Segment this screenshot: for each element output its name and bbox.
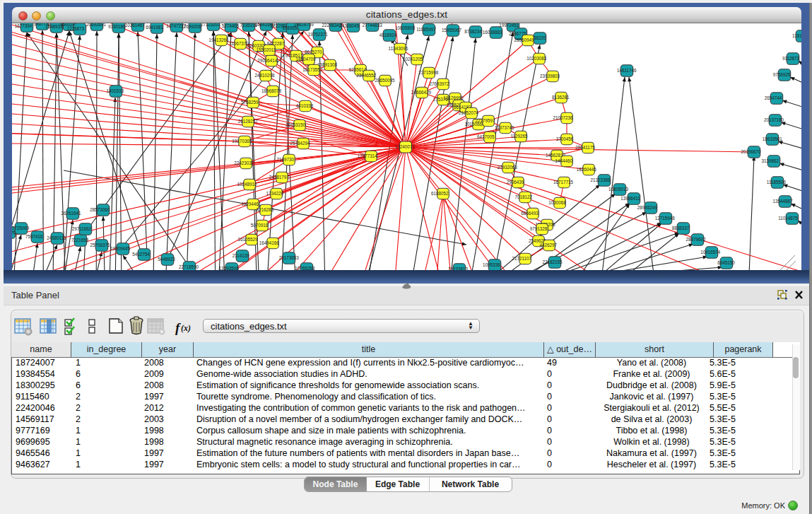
svg-text:11885997: 11885997: [416, 27, 436, 32]
svg-text:16717715: 16717715: [553, 180, 574, 185]
svg-text:22179597: 22179597: [476, 118, 496, 123]
svg-text:2114139: 2114139: [233, 253, 250, 258]
svg-text:10916574: 10916574: [700, 250, 721, 255]
svg-text:1129265: 1129265: [510, 134, 528, 139]
svg-text:11373745: 11373745: [495, 125, 514, 130]
svg-text:27744833: 27744833: [363, 23, 383, 28]
svg-text:15955067: 15955067: [442, 28, 462, 33]
svg-text:10203083: 10203083: [526, 56, 547, 61]
svg-text:27693972: 27693972: [430, 81, 450, 86]
svg-text:f: f: [175, 320, 181, 335]
svg-text:27123201: 27123201: [201, 23, 221, 27]
svg-text:1734220: 1734220: [266, 191, 283, 196]
svg-text:9330186: 9330186: [108, 24, 126, 29]
svg-text:10765268: 10765268: [295, 266, 315, 270]
svg-text:26953150: 26953150: [286, 122, 306, 127]
svg-text:23715998: 23715998: [418, 70, 439, 75]
svg-text:15502011: 15502011: [256, 47, 276, 52]
svg-text:24308045: 24308045: [339, 23, 360, 28]
svg-text:17240071: 17240071: [395, 144, 416, 149]
svg-text:21052074: 21052074: [459, 110, 479, 115]
svg-text:5274465: 5274465: [222, 23, 240, 28]
svg-text:6188052: 6188052: [431, 191, 449, 196]
svg-text:12715948: 12715948: [655, 216, 676, 221]
svg-text:1401533: 1401533: [107, 88, 124, 93]
svg-text:8136281: 8136281: [552, 95, 570, 100]
svg-text:4818924: 4818924: [379, 33, 397, 37]
svg-text:28573060: 28573060: [90, 207, 110, 212]
svg-text:9112873: 9112873: [782, 56, 800, 61]
svg-text:13986411: 13986411: [620, 196, 640, 201]
svg-text:19609445: 19609445: [110, 246, 131, 251]
svg-text:19170365: 19170365: [232, 139, 252, 144]
svg-text:5402754: 5402754: [132, 252, 150, 257]
svg-text:13593506: 13593506: [219, 266, 240, 270]
svg-text:20692691: 20692691: [86, 23, 107, 27]
svg-text:22423030: 22423030: [234, 160, 254, 165]
svg-text:7169730: 7169730: [276, 157, 294, 162]
svg-text:19413266: 19413266: [208, 37, 229, 42]
svg-text:28945249: 28945249: [637, 205, 658, 210]
svg-text:27932063: 27932063: [498, 165, 518, 170]
svg-text:19814759: 19814759: [294, 23, 314, 27]
svg-text:6645150: 6645150: [717, 260, 735, 265]
svg-text:10361467: 10361467: [125, 23, 146, 28]
svg-text:27182155: 27182155: [542, 259, 563, 264]
svg-text:25706376: 25706376: [90, 243, 110, 247]
svg-text:11294461: 11294461: [242, 201, 261, 206]
svg-text:1030068: 1030068: [548, 200, 566, 205]
svg-text:7597416: 7597416: [25, 234, 43, 239]
svg-text:4426297: 4426297: [539, 243, 557, 247]
svg-text:20137180: 20137180: [764, 117, 784, 122]
svg-text:28479602: 28479602: [686, 237, 707, 242]
svg-text:13544887: 13544887: [772, 199, 793, 204]
svg-text:23946552: 23946552: [356, 73, 377, 78]
svg-text:20196670: 20196670: [741, 149, 761, 154]
svg-text:24810298: 24810298: [255, 73, 276, 78]
svg-text:25784294: 25784294: [290, 141, 310, 146]
svg-text:21323386: 21323386: [590, 177, 611, 182]
svg-text:(x): (x): [181, 323, 191, 333]
svg-text:8216283: 8216283: [257, 207, 274, 212]
svg-text:3700456: 3700456: [556, 136, 574, 141]
svg-text:5768259: 5768259: [241, 100, 259, 105]
svg-text:14611746: 14611746: [617, 68, 637, 73]
svg-text:18633561: 18633561: [763, 136, 783, 141]
svg-text:22718590: 22718590: [179, 264, 199, 269]
svg-text:1677394: 1677394: [15, 23, 33, 28]
svg-text:19752371: 19752371: [308, 32, 329, 37]
svg-text:25173853: 25173853: [279, 255, 300, 260]
svg-text:18968078: 18968078: [261, 88, 282, 93]
svg-text:28641175: 28641175: [575, 145, 595, 150]
svg-text:1181139: 1181139: [792, 33, 801, 38]
svg-text:12699206: 12699206: [181, 24, 201, 29]
svg-text:11185506: 11185506: [767, 180, 787, 185]
svg-text:18260445: 18260445: [577, 167, 597, 172]
svg-text:4410338: 4410338: [296, 103, 314, 108]
svg-text:24580111: 24580111: [47, 235, 66, 240]
svg-text:24381797: 24381797: [269, 175, 290, 180]
svg-text:16038883: 16038883: [483, 30, 503, 35]
svg-text:16494166: 16494166: [259, 240, 280, 245]
svg-text:7221658: 7221658: [71, 238, 89, 243]
svg-text:21007236: 21007236: [553, 115, 574, 120]
svg-text:24666429: 24666429: [411, 90, 432, 95]
svg-text:8838337: 8838337: [672, 226, 690, 230]
svg-text:1276873: 1276873: [67, 26, 85, 31]
svg-text:18504709: 18504709: [296, 57, 317, 62]
svg-text:26128257: 26128257: [238, 119, 259, 124]
svg-text:19233813: 19233813: [448, 267, 469, 270]
svg-text:8738234: 8738234: [464, 29, 482, 34]
svg-text:9791328: 9791328: [530, 226, 548, 231]
svg-text:29711662: 29711662: [72, 226, 92, 231]
svg-text:2654744: 2654744: [765, 95, 782, 100]
svg-text:3139862: 3139862: [761, 158, 779, 163]
svg-text:10241205: 10241205: [403, 57, 423, 62]
svg-text:29036414: 29036414: [257, 58, 278, 63]
svg-text:6417005: 6417005: [477, 134, 495, 139]
svg-text:10805013: 10805013: [608, 187, 629, 192]
svg-text:13891308: 13891308: [317, 62, 338, 67]
svg-text:7725069: 7725069: [12, 226, 30, 230]
svg-text:6866493: 6866493: [521, 211, 539, 216]
svg-text:5448923: 5448923: [158, 257, 175, 262]
